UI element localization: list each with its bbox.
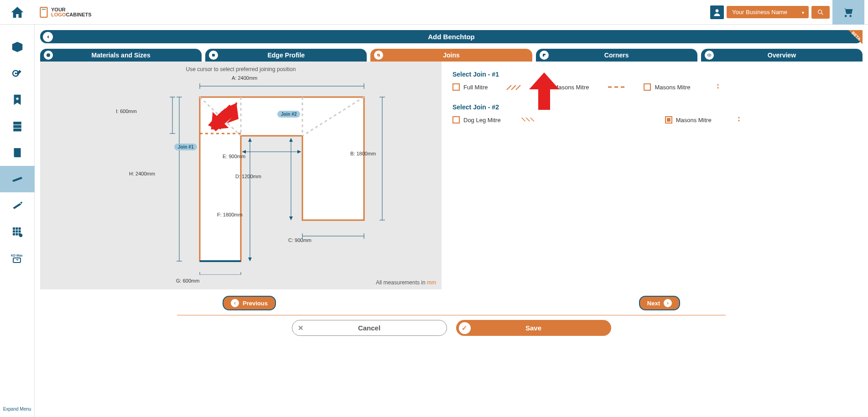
close-icon: ✕ [295, 322, 307, 334]
expand-menu[interactable]: Expand Menu [3, 403, 31, 417]
join1-full-mitre[interactable]: Full Mitre [452, 83, 488, 91]
join2-masons-mitre[interactable]: Masons Mitre [665, 116, 712, 124]
tab-overview[interactable]: Overview [701, 49, 863, 62]
search-icon [817, 9, 824, 16]
cart-button[interactable] [832, 0, 864, 25]
box-icon [10, 40, 24, 54]
search-button[interactable] [811, 6, 830, 19]
svg-line-53 [521, 118, 525, 121]
svg-rect-14 [212, 54, 215, 57]
back-button[interactable] [43, 32, 53, 42]
joins-panel: Select Join - #1 Full Mitre Masons Mitre [442, 62, 863, 289]
dim-b: B: 1800mm [350, 151, 376, 156]
page-title-bar: Add Benchtop BETA [40, 30, 863, 43]
svg-line-47 [516, 85, 520, 90]
dim-g: G: 600mm [176, 278, 199, 283]
checkbox[interactable] [452, 83, 460, 91]
drawers-icon [10, 119, 24, 133]
dim-i: I: 600mm [116, 108, 137, 114]
checkbox[interactable] [644, 83, 651, 91]
next-button[interactable]: Next › [639, 296, 680, 310]
dim-h: H: 2400mm [129, 171, 155, 176]
top-header: YOUR LOGOCABINETS Your Business Name [0, 0, 868, 25]
sidebar-item-favorite[interactable] [0, 87, 35, 113]
svg-rect-7 [13, 122, 21, 124]
previous-button[interactable]: ‹ Previous [223, 296, 276, 310]
beta-badge: BETA [842, 30, 863, 50]
checkbox[interactable] [452, 116, 460, 124]
sidebar-item-hardware[interactable] [0, 192, 35, 219]
diagram-panel[interactable]: Use cursor to select preferred joining p… [40, 62, 442, 289]
svg-line-4 [821, 13, 823, 15]
dim-c: C: 900mm [288, 237, 312, 243]
dim-a: A: 2400mm [232, 75, 257, 81]
pattern-dot-v-icon [709, 83, 727, 91]
svg-line-46 [511, 85, 516, 90]
page-title: Add Benchtop [428, 33, 475, 41]
user-avatar[interactable] [710, 5, 724, 19]
bookmark-star-icon [10, 93, 24, 107]
join-section-2-title: Select Join - #2 [452, 103, 852, 111]
sidebar-item-benchtop[interactable] [0, 166, 35, 192]
main-content: Add Benchtop BETA Materials and Sizes Ed… [35, 25, 868, 417]
sidebar-item-grid[interactable] [0, 219, 35, 245]
sidebar-item-panel[interactable] [0, 139, 35, 166]
join-badge-2[interactable]: Join #2 [277, 111, 300, 118]
tabs: Materials and Sizes Edge Profile Joins C… [40, 49, 863, 62]
join1-masons-mitre-2[interactable]: Masons Mitre [644, 83, 690, 91]
gear-pencil-icon [10, 67, 24, 80]
dim-e: E: 900mm [223, 154, 245, 159]
tab-edge[interactable]: Edge Profile [205, 49, 367, 62]
cancel-button[interactable]: ✕ Cancel [292, 320, 447, 336]
grid-icon [10, 225, 24, 239]
svg-rect-9 [13, 129, 21, 131]
join2-dogleg[interactable]: Dog Leg Mitre [452, 116, 501, 124]
tab-materials[interactable]: Materials and Sizes [40, 49, 202, 62]
home-icon [10, 5, 25, 20]
sidebar-item-edit[interactable] [0, 60, 35, 87]
eye-icon [707, 52, 712, 58]
business-dropdown[interactable]: Your Business Name [727, 6, 809, 18]
logo-icon [39, 6, 49, 18]
svg-point-13 [47, 53, 50, 57]
edge-icon [211, 52, 216, 58]
user-icon [712, 8, 722, 17]
svg-point-2 [716, 9, 719, 12]
dim-f: F: 1800mm [217, 212, 243, 217]
save-button[interactable]: ✓ Save [456, 320, 611, 336]
logo: YOUR LOGOCABINETS [35, 6, 92, 18]
sidebar-item-box[interactable] [0, 34, 35, 60]
join-section-1-title: Select Join - #1 [452, 71, 852, 78]
measurements-note: All measurements in mm [376, 279, 436, 286]
sidebar-item-kdmax[interactable]: KD Max [0, 245, 35, 272]
join-badge-1[interactable]: Join #1 [174, 144, 197, 150]
svg-rect-1 [42, 9, 46, 10]
pattern-dot-v2-icon [730, 116, 748, 124]
tab-corners[interactable]: Corners [536, 49, 697, 62]
svg-point-17 [709, 55, 710, 56]
corners-icon [541, 52, 547, 58]
svg-point-3 [818, 10, 822, 13]
tab-joins[interactable]: Joins [370, 49, 532, 62]
kdmax-icon: KD Max [10, 252, 24, 265]
benchtop-icon [10, 172, 24, 186]
sidebar-item-drawers[interactable] [0, 113, 35, 139]
back-arrow-icon [45, 34, 51, 40]
materials-icon [46, 52, 51, 58]
chevron-right-icon: › [664, 299, 672, 307]
diagram-instruction: Use cursor to select preferred joining p… [45, 66, 437, 72]
check-icon: ✓ [459, 322, 471, 334]
home-button[interactable] [0, 0, 35, 25]
svg-point-10 [19, 234, 22, 237]
joins-icon [376, 52, 381, 58]
pattern-diagonal2-icon [519, 116, 537, 124]
checkbox-checked[interactable] [542, 83, 550, 91]
checkbox-checked[interactable] [665, 116, 672, 124]
chevron-left-icon: ‹ [231, 299, 239, 307]
logo-line2a: LOGO [51, 12, 66, 17]
logo-line2b: CABINETS [66, 12, 91, 17]
screw-icon [10, 199, 24, 212]
svg-line-55 [530, 118, 534, 121]
book-icon [10, 146, 24, 160]
join1-masons-mitre-1[interactable]: Masons Mitre [542, 83, 589, 91]
